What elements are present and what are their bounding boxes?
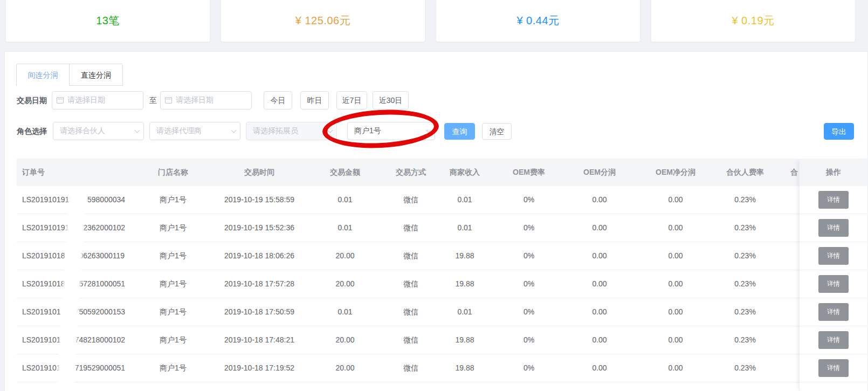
cell-order-no: LS2019101857281000051 [22, 270, 162, 298]
quick-range-yesterday-button[interactable]: 昨日 [300, 91, 329, 109]
column-header-order-no: 订单号 [22, 159, 162, 186]
profit-tabs: 间连分润 直连分润 [16, 64, 123, 86]
table-fixed-row: 详情 [800, 214, 867, 242]
clear-button[interactable]: 清空 [482, 123, 512, 140]
detail-button[interactable]: 详情 [818, 359, 849, 377]
quick-range-7days-button[interactable]: 近7日 [336, 91, 367, 109]
cell-merchant-income: 19.88 [438, 326, 492, 354]
cell-trade-method: 微信 [384, 326, 438, 354]
cell-merchant-income: 0.01 [438, 298, 492, 326]
cell-store-name: 商户1号 [146, 326, 200, 354]
cell-oem-rate: 0% [497, 186, 561, 214]
detail-button[interactable]: 详情 [818, 331, 849, 349]
detail-button[interactable]: 详情 [818, 247, 849, 265]
stat-value: ¥ 125.06元 [295, 13, 350, 28]
cell-oem-profit: 0.00 [567, 242, 632, 270]
cell-trade-amount: 20.00 [318, 242, 372, 270]
tab-direct-profit[interactable]: 直连分润 [70, 64, 122, 86]
cell-trade-time: 2019-10-19 15:58:59 [216, 186, 302, 214]
table-fixed-row: 详情 [800, 186, 867, 214]
cell-partner-rate: 0.23% [713, 186, 777, 214]
table-row: LS2019101806263000119 商户1号 2019-10-18 18… [17, 242, 799, 270]
cell-oem-profit: 0.00 [567, 326, 632, 354]
cell-oem-profit: 0.00 [567, 270, 632, 298]
quick-range-30days-button[interactable]: 近30日 [373, 91, 409, 109]
cell-trade-amount: 0.01 [318, 186, 372, 214]
cell-trade-amount: 0.01 [318, 298, 372, 326]
cell-oem-net-profit: 0.00 [643, 270, 708, 298]
table-row: LS2019101857281000051 商户1号 2019-10-18 17… [17, 270, 799, 298]
cell-trade-time: 2019-10-18 18:06:26 [216, 242, 302, 270]
cell-trade-time: 2019-10-18 17:48:21 [216, 326, 302, 354]
quick-range-today-button[interactable]: 今日 [264, 91, 292, 109]
cell-order-no: LS2019101912362000102 [22, 214, 162, 242]
cell-partner-rate: 0.23% [713, 214, 777, 242]
profit-table: 订单号 门店名称 交易时间 交易金额 交易方式 商家收入 OEM费率 OEM分润… [17, 159, 799, 391]
cell-order-no: LS2019101750592000153 [22, 298, 162, 326]
table-body: LS2019101915598000034 商户1号 2019-10-19 15… [17, 186, 799, 382]
column-header-trade-time: 交易时间 [216, 159, 302, 186]
table-fixed-action-column: 操作 详情 详情 详情 详情 详情 详情 详情 [799, 159, 867, 391]
table-row: LS2019101719529000051 商户1号 2019-10-18 17… [17, 354, 799, 382]
cell-trade-time: 2019-10-19 15:52:36 [216, 214, 302, 242]
column-header-trade-amount: 交易金额 [318, 159, 372, 186]
cell-trade-amount: 20.00 [318, 270, 372, 298]
table-row: LS2019101915598000034 商户1号 2019-10-19 15… [17, 186, 799, 214]
cell-merchant-income: 19.88 [438, 270, 492, 298]
partner-select[interactable]: 请选择合伙人 [53, 122, 144, 140]
cell-trade-time: 2019-10-18 17:57:28 [216, 270, 302, 298]
calendar-icon [165, 97, 172, 104]
cell-oem-net-profit: 0.00 [643, 354, 708, 382]
cell-partner-rate: 0.23% [713, 298, 777, 326]
stat-card-profit: ¥ 0.44元 [436, 0, 640, 42]
table-row: LS2019101912362000102 商户1号 2019-10-19 15… [17, 214, 799, 242]
cell-trade-method: 微信 [384, 354, 438, 382]
cell-store-name: 商户1号 [146, 214, 200, 242]
partner-select-placeholder: 请选择合伙人 [60, 126, 105, 136]
cell-store-name: 商户1号 [146, 242, 200, 270]
cell-oem-rate: 0% [497, 270, 561, 298]
cell-oem-profit: 0.00 [567, 354, 632, 382]
cell-trade-method: 微信 [384, 270, 438, 298]
agent-select[interactable]: 请选择代理商 [149, 122, 240, 140]
cell-oem-rate: 0% [497, 354, 561, 382]
stat-value: 13笔 [96, 13, 120, 28]
column-header-partner-profit-clipped: 合 [790, 159, 799, 186]
table-fixed-row: 详情 [800, 242, 867, 270]
cell-oem-net-profit: 0.00 [643, 214, 708, 242]
cell-order-no: LS2019101748218000102 [22, 326, 162, 354]
chevron-down-icon [328, 128, 333, 133]
detail-button[interactable]: 详情 [818, 275, 849, 293]
expander-select-placeholder: 请选择拓展员 [253, 126, 298, 136]
cell-oem-rate: 0% [497, 326, 561, 354]
cell-oem-profit: 0.00 [567, 186, 632, 214]
tab-indirect-profit[interactable]: 间连分润 [17, 64, 70, 86]
cell-partner-rate: 0.23% [713, 326, 777, 354]
date-end-input[interactable]: 请选择日期 [160, 91, 252, 109]
calendar-icon [57, 97, 64, 104]
expander-select[interactable]: 请选择拓展员 [246, 122, 337, 140]
chevron-down-icon [135, 128, 140, 133]
detail-button[interactable]: 详情 [818, 303, 849, 321]
cell-store-name: 商户1号 [146, 186, 200, 214]
merchant-select[interactable]: 商户1号 [347, 122, 435, 140]
role-select-label: 角色选择 [17, 122, 47, 140]
stat-card-net-profit: ¥ 0.19元 [651, 0, 856, 42]
detail-button[interactable]: 详情 [818, 219, 849, 237]
cell-trade-time: 2019-10-18 17:19:52 [216, 354, 302, 382]
search-button[interactable]: 查询 [444, 123, 475, 140]
column-header-oem-rate: OEM费率 [497, 159, 561, 186]
cell-trade-method: 微信 [384, 242, 438, 270]
cell-store-name: 商户1号 [146, 298, 200, 326]
export-button[interactable]: 导出 [824, 123, 854, 140]
agent-select-placeholder: 请选择代理商 [156, 126, 202, 136]
date-end-placeholder: 请选择日期 [176, 95, 213, 105]
cell-oem-rate: 0% [497, 214, 561, 242]
cell-partner-rate: 0.23% [713, 354, 777, 382]
cell-trade-method: 微信 [384, 298, 438, 326]
cell-merchant-income: 0.01 [438, 186, 492, 214]
date-start-input[interactable]: 请选择日期 [52, 91, 143, 109]
detail-button[interactable]: 详情 [818, 191, 849, 209]
column-header-oem-profit: OEM分润 [567, 159, 632, 186]
cell-order-no: LS2019101806263000119 [22, 242, 162, 270]
